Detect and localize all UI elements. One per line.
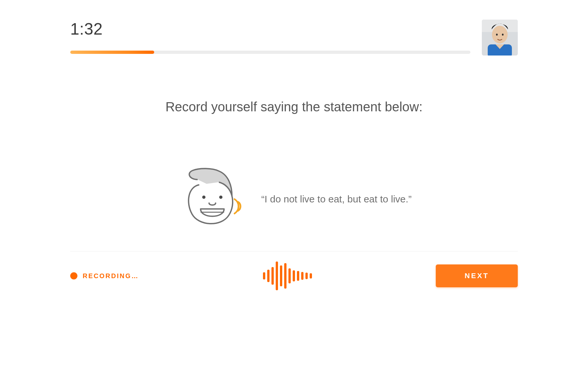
instruction-text: Record yourself saying the statement bel… <box>70 100 518 114</box>
audio-waveform-icon <box>263 261 312 291</box>
exercise-card: 1:32 Record yourself saying the statemen… <box>52 0 536 302</box>
prompt-row: “I do not live to eat, but eat to live.” <box>70 147 518 251</box>
progress-fill <box>70 51 154 54</box>
top-row: 1:32 <box>70 20 518 56</box>
footer-bar: RECORDING… NEXT <box>70 263 518 289</box>
next-button[interactable]: NEXT <box>436 264 518 287</box>
prompt-statement: “I do not live to eat, but eat to live.” <box>261 194 412 205</box>
divider <box>70 251 518 251</box>
progress-bar <box>70 51 470 54</box>
svg-point-6 <box>202 196 205 199</box>
record-dot-icon <box>70 272 77 279</box>
speaking-face-icon <box>176 167 245 232</box>
user-avatar[interactable] <box>482 20 518 56</box>
svg-point-5 <box>502 34 504 36</box>
recording-label: RECORDING… <box>83 272 139 280</box>
svg-point-2 <box>492 26 508 43</box>
avatar-icon <box>482 20 518 56</box>
timer-display: 1:32 <box>70 20 103 39</box>
svg-point-4 <box>496 34 498 36</box>
recording-indicator: RECORDING… <box>70 272 139 280</box>
svg-point-7 <box>219 196 222 199</box>
progress-track <box>70 51 470 54</box>
